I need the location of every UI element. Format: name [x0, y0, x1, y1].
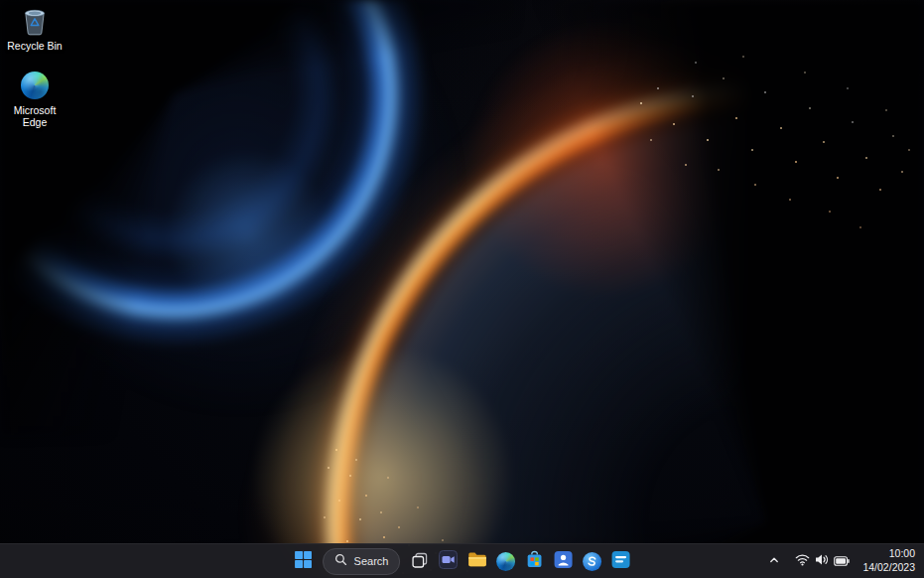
taskbar-app-file-explorer[interactable] [462, 547, 491, 576]
taskbar-search[interactable]: Search [323, 548, 401, 575]
taskbar-app-microsoft-store[interactable] [520, 547, 549, 576]
taskbar-app-edge[interactable] [491, 547, 520, 576]
taskbar-app-blue-tile[interactable] [549, 547, 578, 576]
blue-person-tile-icon [554, 550, 573, 572]
task-view-button[interactable] [405, 547, 434, 576]
microsoft-edge-icon [496, 552, 515, 571]
desktop-screen: Recycle Bin Microsoft Edge [0, 0, 924, 578]
blue-swirl-circle-icon [583, 552, 601, 571]
battery-icon [834, 552, 850, 570]
folder-icon [467, 551, 487, 571]
teal-list-tile-icon [611, 550, 630, 572]
taskbar-app-video-chat[interactable] [434, 547, 462, 576]
desktop-icon-label: Microsoft Edge [7, 104, 63, 129]
tray-status-icons[interactable] [789, 548, 856, 574]
search-icon [334, 552, 347, 570]
desktop-icon-microsoft-edge[interactable]: Microsoft Edge [0, 71, 69, 129]
chevron-up-icon [768, 554, 780, 569]
start-button[interactable] [289, 547, 318, 576]
windows-start-icon [295, 551, 312, 571]
clock-time: 10:00 [889, 547, 915, 561]
task-view-icon [411, 551, 429, 572]
desktop-icon-label: Recycle Bin [7, 40, 62, 53]
wallpaper [0, 0, 924, 578]
volume-icon [815, 552, 829, 570]
clock-date: 14/02/2023 [862, 561, 915, 575]
desktop-icon-list: Recycle Bin Microsoft Edge [0, 6, 69, 129]
taskbar-app-blue-circle[interactable] [578, 547, 606, 576]
video-camera-icon [439, 550, 458, 572]
taskbar: Search [0, 543, 924, 578]
wifi-icon [795, 552, 810, 570]
desktop-icon-recycle-bin[interactable]: Recycle Bin [0, 6, 69, 53]
taskbar-app-teal-tile[interactable] [606, 547, 635, 576]
recycle-bin-icon [20, 6, 50, 37]
microsoft-edge-icon [20, 71, 50, 101]
taskbar-center-group: Search [289, 544, 636, 578]
wallpaper-sparkles-bottom [0, 0, 2, 2]
tray-chevron-button[interactable] [762, 548, 786, 574]
wallpaper-orange-ring [0, 0, 924, 578]
search-label: Search [354, 555, 389, 567]
taskbar-tray-area: 10:00 14/02/2023 [762, 544, 919, 578]
taskbar-clock[interactable]: 10:00 14/02/2023 [858, 547, 919, 574]
store-bag-icon [525, 550, 544, 572]
